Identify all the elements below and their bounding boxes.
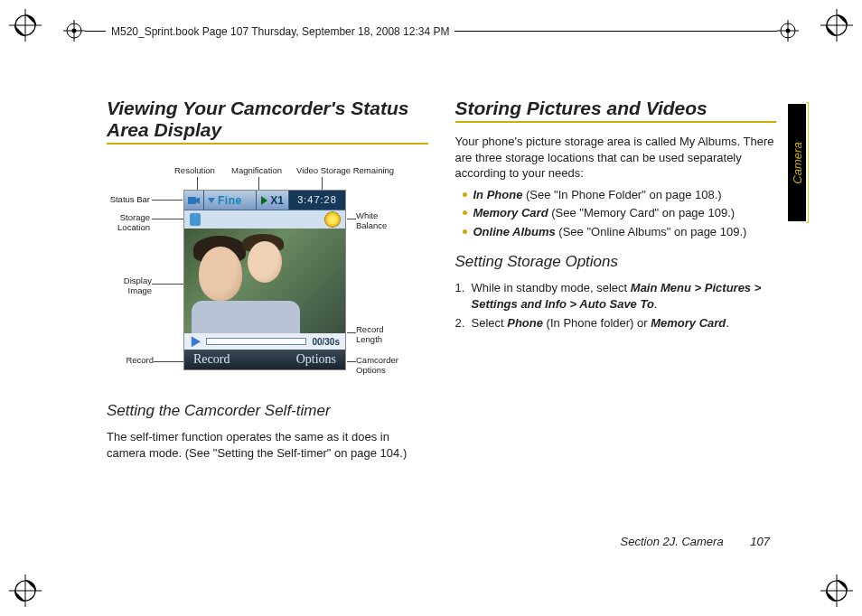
left-column: Viewing Your Camcorder's Status Area Dis… — [107, 98, 428, 571]
cropmark-tl — [9, 9, 45, 45]
svg-rect-20 — [188, 197, 196, 204]
bullet-item: Online Albums (See "Online Albums" on pa… — [463, 224, 777, 240]
softkey-right: Options — [296, 351, 336, 369]
lbl-status-bar: Status Bar — [101, 195, 150, 204]
right-column: Storing Pictures and Videos Your phone's… — [455, 98, 777, 571]
phone-status-bar: Fine X1 3:47:28 — [184, 191, 345, 210]
lbl-record-length: Record Length — [356, 325, 384, 344]
record-length-value: 00/30s — [312, 336, 340, 349]
book-header: M520_Sprint.book Page 107 Thursday, Sept… — [106, 25, 454, 38]
footer-page-number: 107 — [750, 535, 770, 548]
time-remaining: 3:47:28 — [289, 191, 345, 210]
lbl-video-storage: Video Storage Remaining — [296, 166, 394, 175]
cropmark-br — [817, 571, 853, 607]
phone-second-row — [184, 210, 345, 229]
lbl-storage-location: Storage Location — [110, 213, 150, 232]
lbl-resolution: Resolution — [174, 166, 215, 175]
progress-bar — [206, 338, 306, 345]
left-title: Viewing Your Camcorder's Status Area Dis… — [107, 98, 428, 141]
bullet-item: In Phone (See "In Phone Folder" on page … — [463, 187, 777, 203]
step-item: 2. Select Phone (In Phone folder) or Mem… — [455, 315, 777, 331]
lbl-white-balance: White Balance — [356, 211, 387, 230]
left-subhead: Setting the Camcorder Self-timer — [107, 401, 428, 422]
lbl-record: Record — [121, 356, 154, 365]
section-thumb-tab: Camera — [788, 104, 806, 221]
right-title: Storing Pictures and Videos — [455, 98, 777, 119]
white-balance-icon — [325, 212, 340, 227]
phone-screen: Fine X1 3:47:28 — [183, 190, 346, 370]
page-footer: Section 2J. Camera 107 — [621, 535, 771, 548]
play-icon — [190, 336, 201, 347]
title-rule — [455, 121, 777, 123]
camcorder-diagram: Resolution Magnification Video Storage R… — [107, 172, 414, 388]
zoom-value: X1 — [257, 191, 289, 210]
section-thumb-label: Camera — [791, 142, 804, 183]
storage-phone-icon — [190, 213, 201, 226]
lbl-display-image: Display Image — [117, 276, 152, 295]
lbl-magnification: Magnification — [231, 166, 282, 175]
progress-row: 00/30s — [184, 333, 345, 350]
camcorder-icon — [184, 191, 204, 210]
step-item: 1. While in standby mode, select Main Me… — [455, 280, 777, 312]
bullet-item: Memory Card (See "Memory Card" on page 1… — [463, 205, 777, 221]
softkey-left: Record — [193, 351, 230, 369]
right-intro: Your phone's picture storage area is cal… — [455, 134, 777, 182]
left-body: The self-timer function operates the sam… — [107, 429, 428, 461]
cropmark-tr — [817, 9, 853, 45]
softkey-bar: Record Options — [184, 350, 345, 369]
page-body: Viewing Your Camcorder's Status Area Dis… — [107, 98, 776, 571]
resolution-value: Fine — [204, 191, 257, 210]
footer-section: Section 2J. Camera — [621, 535, 724, 548]
header-bullet-icon — [777, 20, 799, 42]
right-bullets: In Phone (See "In Phone Folder" on page … — [455, 187, 777, 240]
right-subhead: Setting Storage Options — [455, 252, 777, 273]
cropmark-bl — [9, 571, 45, 607]
header-bullet-icon — [63, 20, 85, 42]
right-steps: 1. While in standby mode, select Main Me… — [455, 280, 777, 331]
lbl-camcorder-options: Camcorder Options — [356, 356, 398, 375]
viewfinder-image — [184, 229, 345, 333]
title-rule — [107, 143, 428, 145]
